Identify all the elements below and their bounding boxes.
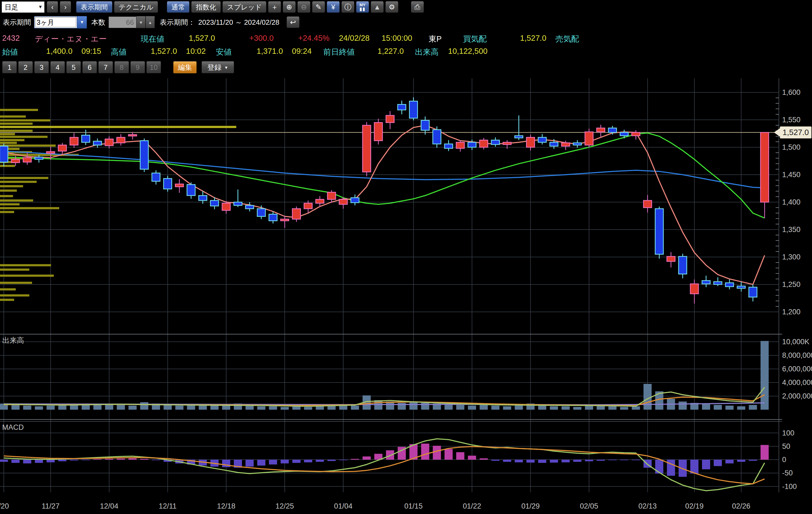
svg-text:1,200: 1,200 — [782, 308, 801, 316]
technical-button[interactable]: テクニカル — [114, 1, 158, 13]
preset-3-button[interactable]: 3 — [34, 61, 49, 73]
svg-text:1,600: 1,600 — [782, 88, 801, 96]
period-select[interactable]: 3ヶ月 — [34, 16, 77, 28]
svg-text:1,550: 1,550 — [782, 116, 801, 124]
low-label: 安値 — [216, 47, 232, 58]
svg-text:0: 0 — [782, 456, 786, 464]
normal-mode-button[interactable]: 通常 — [167, 1, 190, 13]
stock-code: 2432 — [2, 34, 20, 42]
high-price: 1,527.0 — [151, 47, 177, 56]
low-time: 09:24 — [292, 47, 312, 56]
svg-text:01/04: 01/04 — [334, 502, 352, 510]
open-price: 1,400.0 — [46, 47, 72, 56]
open-label: 始値 — [2, 47, 18, 58]
settings-button[interactable]: ⚙ — [385, 1, 398, 13]
my-candlestick-icon: MY▮▮ — [359, 3, 366, 11]
svg-text:1,400: 1,400 — [782, 198, 801, 206]
undo-icon: ↩ — [290, 18, 296, 27]
ohlc-header: 始値 1,400.0 09:15 高値 1,527.0 10:02 安値 1,3… — [0, 45, 812, 58]
preset-9-button[interactable]: 9 — [130, 61, 145, 73]
stock-name: ディー・エヌ・エー — [35, 34, 107, 45]
svg-text:2,000,000: 2,000,000 — [782, 392, 812, 400]
preset-6-button[interactable]: 6 — [82, 61, 97, 73]
spread-mode-button[interactable]: スプレッド — [223, 1, 266, 13]
quote-header: 2432 ディー・エヌ・エー 現在値 1,527.0 +300.0 +24.45… — [0, 32, 812, 45]
svg-text:10,000K: 10,000K — [782, 338, 810, 346]
volume-label: 出来高 — [415, 47, 439, 58]
next-button[interactable]: › — [60, 1, 71, 13]
price-change-pct: +24.45% — [298, 34, 329, 42]
count-spin-up[interactable]: ▲ — [146, 16, 155, 28]
preset-toolbar: 1 2 3 4 5 6 7 8 9 10 編集 登録▼ — [2, 61, 234, 74]
range-value: 2023/11/20 ～ 2024/02/28 — [198, 18, 280, 27]
period-toolbar: 表示期間 3ヶ月 ▼ 本数 66 ▼ ▲ 表示期間： 2023/11/20 ～ … — [3, 16, 301, 29]
svg-text:12/18: 12/18 — [217, 502, 235, 510]
preset-1-button[interactable]: 1 — [2, 61, 17, 73]
chevron-down-icon: ▼ — [38, 4, 42, 10]
prev-button[interactable]: ‹ — [47, 1, 58, 13]
reset-range-button[interactable]: ↩ — [287, 17, 299, 28]
svg-text:4,000,000: 4,000,000 — [782, 378, 812, 387]
info-button[interactable]: ⓘ — [341, 1, 354, 13]
edit-button[interactable]: 編集 — [173, 61, 197, 73]
preset-5-button[interactable]: 5 — [66, 61, 81, 73]
svg-text:11/27: 11/27 — [42, 502, 60, 510]
high-time: 10:02 — [186, 47, 206, 56]
count-spin-down[interactable]: ▼ — [136, 16, 146, 28]
svg-text:02/19: 02/19 — [685, 502, 704, 510]
preset-2-button[interactable]: 2 — [18, 61, 33, 73]
display-period-button[interactable]: 表示期間 — [76, 1, 112, 13]
preset-7-button[interactable]: 7 — [98, 61, 113, 73]
chevron-down-icon: ▼ — [139, 20, 143, 25]
count-label: 本数 — [91, 18, 105, 27]
period-label: 表示期間 — [3, 18, 31, 27]
prev-close: 1,227.0 — [377, 47, 404, 56]
quote-date: 24/02/28 — [339, 34, 370, 42]
chevron-down-icon: ▼ — [80, 20, 84, 25]
chart-area[interactable]: 1,6001,5501,5001,4501,4001,3501,3001,250… — [0, 76, 812, 514]
area-chart-button[interactable]: ▲ — [371, 1, 384, 13]
crosshair-button[interactable]: ＋ — [268, 1, 281, 13]
price-change: +300.0 — [249, 34, 274, 42]
svg-text:1,350: 1,350 — [782, 226, 801, 234]
low-price: 1,371.0 — [257, 47, 283, 56]
svg-text:1,500: 1,500 — [782, 143, 801, 151]
main-toolbar: 日足 ▼ ‹ › 表示期間 テクニカル 通常 指数化 スプレッド ＋ ⊕ ⊖ ✎… — [2, 1, 426, 13]
svg-text:8,000,000: 8,000,000 — [782, 351, 812, 360]
wrench-icon: ⚙ — [388, 3, 395, 11]
print-button[interactable]: ⎙ — [411, 1, 424, 13]
timeframe-value: 日足 — [5, 3, 18, 12]
svg-text:MACD: MACD — [2, 423, 24, 431]
svg-text:100: 100 — [782, 429, 794, 437]
chevron-down-icon: ▼ — [224, 65, 228, 70]
count-input[interactable]: 66 — [109, 17, 136, 28]
svg-text:6,000,000: 6,000,000 — [782, 365, 812, 373]
svg-text:1,250: 1,250 — [782, 280, 801, 288]
svg-text:出来高: 出来高 — [2, 336, 24, 344]
open-time: 09:15 — [82, 47, 101, 56]
chart-canvas[interactable]: 1,6001,5501,5001,4501,4001,3501,3001,250… — [0, 76, 812, 514]
preset-8-button[interactable]: 8 — [114, 61, 129, 73]
yen-display-button[interactable]: ¥ — [327, 1, 340, 13]
draw-button[interactable]: ✎ — [312, 1, 325, 13]
zoom-out-button[interactable]: ⊖ — [297, 1, 311, 13]
area-chart-icon: ▲ — [374, 3, 381, 11]
preset-4-button[interactable]: 4 — [50, 61, 65, 73]
zoom-in-button[interactable]: ⊕ — [283, 1, 296, 13]
svg-text:1,450: 1,450 — [782, 171, 801, 179]
prev-close-label: 前日終値 — [323, 47, 355, 58]
yen-icon: ¥ — [331, 3, 335, 11]
indexed-mode-button[interactable]: 指数化 — [191, 1, 221, 13]
svg-text:1,300: 1,300 — [782, 253, 801, 261]
my-chart-button[interactable]: MY▮▮ — [356, 1, 369, 13]
period-select-caret[interactable]: ▼ — [77, 16, 87, 29]
volume-value: 10,122,500 — [448, 47, 488, 56]
bid-label: 買気配 — [463, 34, 487, 45]
svg-text:02/13: 02/13 — [638, 502, 657, 510]
svg-text:12/04: 12/04 — [100, 502, 118, 510]
timeframe-select[interactable]: 日足 ▼ — [2, 1, 45, 13]
chevron-up-icon: ▲ — [148, 20, 152, 25]
market-segment: 東P — [429, 34, 442, 45]
preset-10-button[interactable]: 10 — [146, 61, 161, 73]
register-button[interactable]: 登録▼ — [202, 61, 234, 73]
